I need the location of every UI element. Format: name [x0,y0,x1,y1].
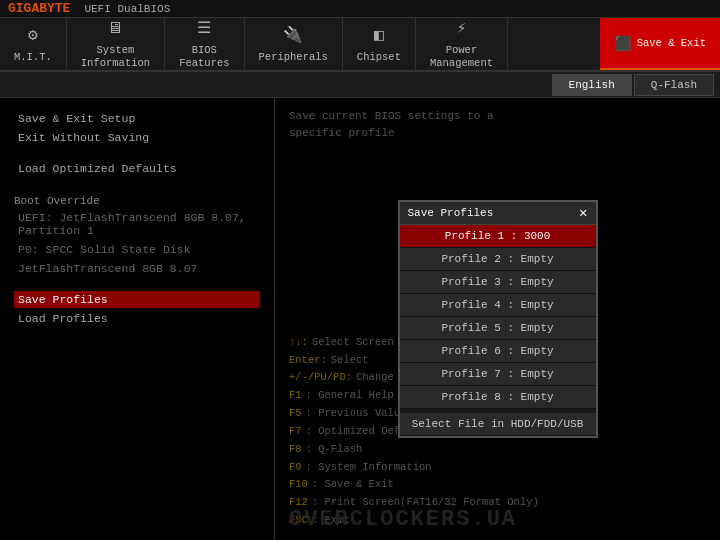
system-info-icon: 🖥 [107,19,123,38]
nav-bios-features[interactable]: ☰ BIOSFeatures [165,18,244,70]
profile-4-button[interactable]: Profile 4 : Empty [400,294,596,317]
modal-title-bar: Save Profiles ✕ [400,202,596,225]
menu-uefi-jetflash[interactable]: UEFI: JetFlashTranscend 8GB 8.07, Partit… [14,209,260,239]
profile-3-button[interactable]: Profile 3 : Empty [400,271,596,294]
select-file-button[interactable]: Select File in HDD/FDD/USB [400,413,596,436]
save-profiles-modal: Save Profiles ✕ Profile 1 : 3000 Profile… [398,200,598,438]
nav-mit-label: M.I.T. [14,51,52,64]
modal-overlay: Save Profiles ✕ Profile 1 : 3000 Profile… [275,98,720,540]
qflash-button[interactable]: Q-Flash [634,74,714,96]
left-panel: Save & Exit Setup Exit Without Saving Lo… [0,98,275,540]
nav-mit[interactable]: ⚙ M.I.T. [0,18,67,70]
lang-bar: English Q-Flash [0,72,720,98]
menu-load-profiles[interactable]: Load Profiles [14,310,260,327]
nav-save-exit[interactable]: ⬛ Save & Exit [600,18,720,70]
profile-1-button[interactable]: Profile 1 : 3000 [400,225,596,248]
menu-exit-without-saving[interactable]: Exit Without Saving [14,129,260,146]
profile-2-button[interactable]: Profile 2 : Empty [400,248,596,271]
nav-power-mgmt[interactable]: ⚡ PowerManagement [416,18,508,70]
nav-chipset-label: Chipset [357,51,401,64]
power-icon: ⚡ [457,18,467,38]
profile-7-button[interactable]: Profile 7 : Empty [400,363,596,386]
bios-features-icon: ☰ [197,18,211,38]
modal-title: Save Profiles [408,207,494,219]
nav-system-info[interactable]: 🖥 SystemInformation [67,18,165,70]
right-panel: Save current BIOS settings to aspecific … [275,98,720,540]
nav-bar: ⚙ M.I.T. 🖥 SystemInformation ☰ BIOSFeatu… [0,18,720,72]
profile-6-button[interactable]: Profile 6 : Empty [400,340,596,363]
nav-peripherals-label: Peripherals [259,51,328,64]
menu-boot-override-header: Boot Override [14,195,260,207]
profile-8-button[interactable]: Profile 8 : Empty [400,386,596,409]
nav-system-info-label: SystemInformation [81,44,150,69]
nav-save-exit-label: Save & Exit [637,37,706,50]
nav-chipset[interactable]: ◧ Chipset [343,18,416,70]
peripherals-icon: 🔌 [283,25,303,45]
menu-po-spcc[interactable]: P0: SPCC Solid State Disk [14,241,260,258]
modal-close-button[interactable]: ✕ [579,206,587,220]
main-area: Save & Exit Setup Exit Without Saving Lo… [0,98,720,540]
brand-logo: GIGABYTE [8,1,70,16]
dual-bios-label: UEFI DualBIOS [84,3,170,15]
watermark: OVERCLOCKERS.UA [289,507,517,532]
top-bar: GIGABYTE UEFI DualBIOS [0,0,720,18]
save-exit-icon: ⬛ [614,35,631,52]
menu-save-profiles[interactable]: Save Profiles [14,291,260,308]
nav-power-mgmt-label: PowerManagement [430,44,493,69]
profile-5-button[interactable]: Profile 5 : Empty [400,317,596,340]
mit-icon: ⚙ [28,25,38,45]
menu-jetflash-8gb[interactable]: JetFlashTranscend 8GB 8.07 [14,260,260,277]
nav-peripherals[interactable]: 🔌 Peripherals [245,18,343,70]
nav-bios-features-label: BIOSFeatures [179,44,229,69]
chipset-icon: ◧ [374,25,384,45]
english-button[interactable]: English [552,74,632,96]
menu-load-optimized[interactable]: Load Optimized Defaults [14,160,260,177]
menu-save-exit-setup[interactable]: Save & Exit Setup [14,110,260,127]
